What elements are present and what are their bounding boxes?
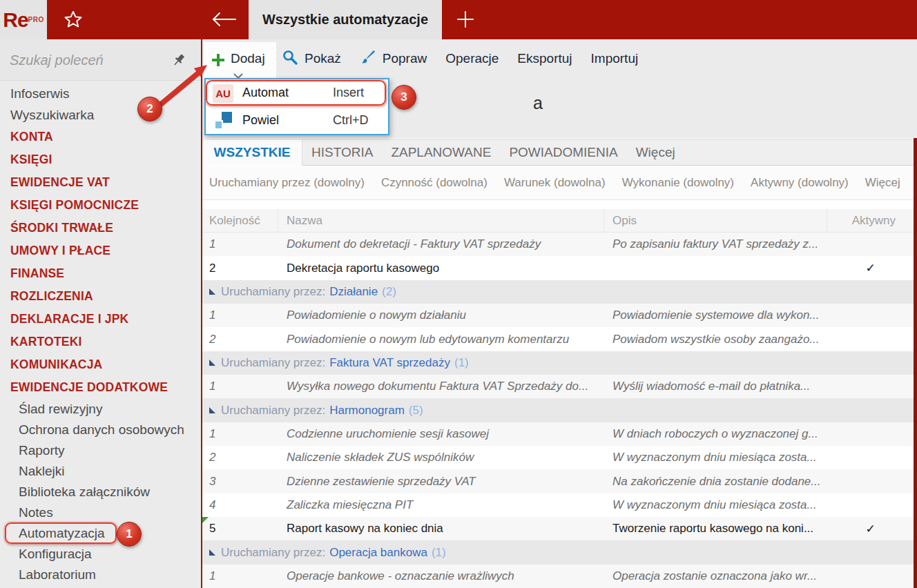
group-row-content: Uruchamiany przez: Faktura VAT sprzedaży… bbox=[202, 356, 469, 370]
favorites-star-icon[interactable] bbox=[64, 10, 83, 29]
group-row[interactable]: Uruchamiany przez: Operacja bankowa (1) bbox=[202, 540, 914, 564]
table-row[interactable]: 1 Codzienne uruchomienie sesji kasowej W… bbox=[202, 422, 914, 446]
cell-nazwa: Wysyłka nowego dokumentu Faktura VAT Spr… bbox=[278, 380, 604, 393]
sidebar-item-label: EWIDENCJE DODATKOWE bbox=[10, 380, 168, 395]
cell-opis: Operacja zostanie oznaczona jako wr... bbox=[604, 569, 827, 583]
sidebar-item[interactable]: Ochrona danych osobowych bbox=[0, 420, 201, 440]
sidebar-item[interactable]: EWIDENCJE DODATKOWE bbox=[0, 376, 201, 399]
group-expand-icon[interactable] bbox=[209, 407, 215, 413]
table-row[interactable]: 1 Dokument do dekretacji - Faktury VAT s… bbox=[202, 233, 914, 256]
filter-wiecej[interactable]: Więcej bbox=[865, 176, 900, 190]
filter-warunek[interactable]: Warunek (dowolna) bbox=[504, 176, 606, 190]
export-button-label: Eksportuj bbox=[517, 51, 572, 66]
tab-historia[interactable]: HISTORIA bbox=[302, 139, 382, 165]
app-logo[interactable]: RePRO bbox=[0, 0, 47, 39]
tab-wiecej[interactable]: Więcej bbox=[627, 139, 684, 165]
table-row[interactable]: 2 Dekretacja raportu kasowego ✓ bbox=[202, 256, 914, 280]
table-row[interactable]: 3 Dzienne zestawienie sprzedaży VAT Na z… bbox=[202, 469, 914, 493]
operations-button[interactable]: Operacje bbox=[445, 51, 499, 66]
group-expand-icon[interactable] bbox=[209, 549, 215, 556]
add-button[interactable]: Dodaj bbox=[204, 42, 276, 78]
column-kolejnosc[interactable]: Kolejność bbox=[202, 209, 278, 232]
group-row[interactable]: Uruchamiany przez: Działanie (2) bbox=[202, 280, 914, 304]
cell-nazwa: Dzienne zestawienie sprzedaży VAT bbox=[278, 475, 604, 489]
sidebar-item[interactable]: UMOWY I PŁACE bbox=[0, 239, 201, 262]
sidebar-item[interactable]: Ślad rewizyjny bbox=[0, 399, 201, 420]
cell-nazwa: Dokument do dekretacji - Faktury VAT spr… bbox=[278, 237, 604, 251]
group-expand-icon[interactable] bbox=[209, 288, 215, 295]
filter-wykonanie[interactable]: Wykonanie (dowolny) bbox=[622, 176, 734, 190]
edit-button[interactable]: Popraw bbox=[360, 49, 427, 68]
automation-list-panel: WSZYSTKIE HISTORIA ZAPLANOWANE POWIADOMI… bbox=[202, 138, 914, 588]
back-arrow-icon[interactable] bbox=[209, 10, 238, 29]
table-row[interactable]: 2 Naliczenie składek ZUS wspólników W wy… bbox=[202, 446, 914, 469]
command-search-field[interactable]: Szukaj poleceń bbox=[0, 39, 201, 81]
group-label: Uruchamiany przez: bbox=[221, 404, 325, 418]
filter-uruchamiany-przez[interactable]: Uruchamiany przez (dowolny) bbox=[209, 176, 365, 190]
column-nazwa[interactable]: Nazwa bbox=[278, 209, 604, 232]
sidebar-item[interactable]: Konfiguracja bbox=[0, 544, 201, 565]
cell-kolejnosc: 2 bbox=[202, 451, 278, 464]
pin-icon[interactable] bbox=[171, 52, 187, 68]
document-tab[interactable]: Wszystkie automatyzacje bbox=[249, 0, 442, 39]
sidebar-item[interactable]: KOMUNIKACJA bbox=[0, 353, 201, 376]
sidebar-item[interactable]: KSIĘGI bbox=[0, 148, 201, 171]
sidebar-item[interactable]: Biblioteka załączników bbox=[0, 482, 201, 502]
sidebar-item-label: KARTOTEKI bbox=[10, 335, 82, 349]
filter-aktywny[interactable]: Aktywny (dowolny) bbox=[751, 176, 849, 190]
sidebar-item[interactable]: Raporty bbox=[0, 440, 201, 461]
table-row[interactable]: 1 Wysyłka nowego dokumentu Faktura VAT S… bbox=[202, 375, 914, 398]
sidebar-item[interactable]: ŚRODKI TRWAŁE bbox=[0, 217, 201, 239]
chevron-down-icon[interactable] bbox=[233, 70, 244, 77]
cell-kolejnosc: 2 bbox=[202, 262, 278, 275]
group-label: Uruchamiany przez: bbox=[221, 546, 325, 560]
sidebar-item-label: EWIDENCJE VAT bbox=[10, 175, 110, 190]
sidebar-item[interactable]: KSIĘGI POMOCNICZE bbox=[0, 194, 201, 217]
sidebar-item[interactable]: KARTOTEKI bbox=[0, 331, 201, 353]
annotation-badge-1: 1 bbox=[117, 522, 142, 547]
cell-opis: Wyślij wiadomość e-mail do płatnika... bbox=[604, 380, 827, 393]
group-row[interactable]: Uruchamiany przez: Faktura VAT sprzedaży… bbox=[202, 351, 914, 375]
column-aktywny[interactable]: Aktywny bbox=[827, 209, 914, 232]
sidebar-item[interactable]: ROZLICZENIA bbox=[0, 285, 201, 308]
sidebar-item[interactable]: Infoserwis bbox=[0, 83, 201, 104]
group-row[interactable]: Uruchamiany przez: Harmonogram (5) bbox=[202, 398, 914, 422]
tab-zaplanowane[interactable]: ZAPLANOWANE bbox=[382, 139, 500, 165]
sidebar-item[interactable]: DEKLARACJE I JPK bbox=[0, 308, 201, 331]
table-row[interactable]: 1 Operacje bankowe - oznaczanie wrażliwy… bbox=[202, 565, 914, 588]
sidebar-item-label: Biblioteka załączników bbox=[19, 484, 150, 500]
table-row[interactable]: 4 Zaliczka miesięczna PIT W wyznaczonym … bbox=[202, 493, 914, 517]
sidebar-item[interactable]: EWIDENCJE VAT bbox=[0, 171, 201, 194]
export-button[interactable]: Eksportuj bbox=[517, 51, 572, 66]
table-row[interactable]: 2 Powiadomienie o nowym lub edytowanym k… bbox=[202, 327, 914, 351]
menu-item-label: Powiel bbox=[242, 113, 279, 128]
column-opis[interactable]: Opis bbox=[604, 209, 827, 232]
cell-opis: Tworzenie raportu kasowego na koni... bbox=[604, 522, 827, 536]
sidebar-item[interactable]: KONTA bbox=[0, 126, 201, 148]
table-row[interactable]: 5 Raport kasowy na koniec dnia Tworzenie… bbox=[202, 517, 914, 540]
group-expand-icon[interactable] bbox=[209, 360, 215, 366]
group-count: (5) bbox=[409, 404, 423, 418]
show-button[interactable]: Pokaż bbox=[282, 49, 341, 68]
sidebar-item[interactable]: Wyszukiwarka bbox=[0, 104, 201, 126]
sidebar-item[interactable]: Laboratorium bbox=[0, 565, 201, 585]
table-row[interactable]: 1 Powiadomienie o nowym działaniu Powiad… bbox=[202, 304, 914, 327]
sidebar-item[interactable]: Naklejki bbox=[0, 461, 201, 482]
sidebar-item-label: ŚRODKI TRWAŁE bbox=[10, 221, 113, 235]
tab-wszystkie[interactable]: WSZYSTKIE bbox=[202, 139, 302, 166]
menu-item-powiel[interactable]: Powiel Ctrl+D bbox=[206, 107, 388, 135]
import-button[interactable]: Importuj bbox=[591, 51, 639, 66]
group-count: (2) bbox=[382, 285, 396, 299]
tab-powiadomienia[interactable]: POWIADOMIENIA bbox=[500, 139, 626, 165]
cell-aktywny-checkmark: ✓ bbox=[827, 522, 914, 536]
sidebar-content-divider bbox=[201, 39, 202, 588]
group-value: Faktura VAT sprzedaży bbox=[329, 356, 450, 370]
sidebar-nav: Infoserwis Wyszukiwarka KONTA KSIĘGI EWI… bbox=[0, 81, 201, 585]
filter-czynnosc[interactable]: Czynność (dowolna) bbox=[381, 176, 488, 190]
brush-icon bbox=[360, 49, 376, 68]
sidebar-item[interactable]: FINANSE bbox=[0, 262, 201, 285]
sidebar-item[interactable]: Notes bbox=[0, 502, 201, 523]
new-tab-button[interactable] bbox=[456, 10, 475, 29]
cell-opis: W dniach roboczych o wyznaczonej g... bbox=[604, 427, 827, 441]
sidebar-item-label: Ślad rewizyjny bbox=[19, 402, 102, 417]
